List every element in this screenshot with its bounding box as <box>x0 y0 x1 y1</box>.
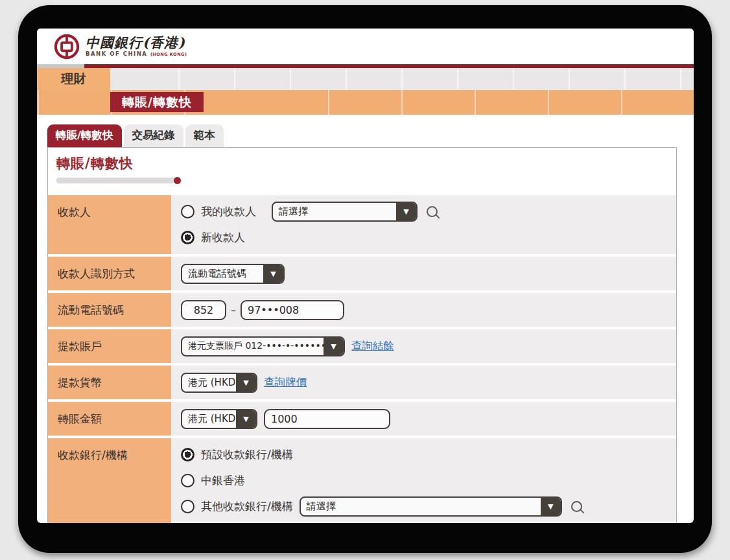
check-balance-link[interactable]: 查詢結餘 <box>351 339 394 353</box>
nav-item-transfer-fps[interactable]: 轉賬/轉數快 <box>110 92 204 112</box>
debit-account-label: 提款賬戶 <box>48 329 171 363</box>
id-method-select-value: 流動電話號碼 <box>182 265 252 283</box>
amount-input[interactable] <box>264 409 390 429</box>
id-method-select[interactable]: 流動電話號碼 ▼ <box>181 264 285 284</box>
mobile-number-input[interactable] <box>241 300 344 320</box>
my-payee-radio[interactable] <box>181 205 194 218</box>
row-payee: 收款人 我的收款人 請選擇 ▼ <box>48 195 676 254</box>
payee-label: 收款人 <box>48 195 171 254</box>
chevron-down-icon[interactable]: ▼ <box>236 374 256 391</box>
chevron-down-icon[interactable]: ▼ <box>263 265 283 283</box>
nav-item-wealth[interactable]: 理財 <box>37 68 110 90</box>
my-payee-select-value: 請選擇 <box>273 203 314 220</box>
secondary-nav: 轉賬/轉數快 <box>37 90 694 115</box>
amount-currency-select-value: 港元 (HKD) <box>182 410 236 428</box>
amount-currency-select[interactable]: 港元 (HKD) ▼ <box>181 409 257 429</box>
row-debit-account: 提款賬戶 港元支票賬戶 012-•••-•-••••••-• ▼ 查詢結餘 <box>48 329 676 363</box>
debit-currency-select-value: 港元 (HKD) <box>182 374 236 391</box>
chevron-down-icon[interactable]: ▼ <box>541 498 561 515</box>
header: 中國銀行(香港) BANK OF CHINA (HONG KONG) <box>37 29 694 64</box>
area-code-input[interactable] <box>181 300 226 320</box>
id-method-label: 收款人識別方式 <box>48 257 171 290</box>
payee-bank-label: 收款銀行/機構 <box>48 438 171 523</box>
transfer-amount-label: 轉賬金額 <box>48 402 171 436</box>
row-transfer-amount: 轉賬金額 港元 (HKD) ▼ <box>48 402 676 436</box>
tab-transaction-history[interactable]: 交易紀錄 <box>124 124 183 147</box>
browser-screen: 中國銀行(香港) BANK OF CHINA (HONG KONG) 理財 轉賬… <box>37 29 694 523</box>
chevron-down-icon[interactable]: ▼ <box>236 410 256 428</box>
new-payee-radio-label: 新收款人 <box>201 230 245 245</box>
primary-nav: 理財 <box>37 68 694 90</box>
row-debit-currency: 提款貨幣 港元 (HKD) ▼ 查詢牌價 <box>48 366 676 399</box>
debit-currency-select[interactable]: 港元 (HKD) ▼ <box>181 373 257 393</box>
other-bank-radio-label: 其他收款銀行/機構 <box>201 499 293 514</box>
bank-search-icon[interactable] <box>571 501 582 512</box>
default-bank-radio[interactable] <box>181 448 194 461</box>
tablet-frame: 中國銀行(香港) BANK OF CHINA (HONG KONG) 理財 轉賬… <box>18 5 712 553</box>
tab-transfer-fps[interactable]: 轉賬/轉數快 <box>47 124 122 147</box>
chevron-down-icon[interactable]: ▼ <box>324 338 344 355</box>
payee-search-icon[interactable] <box>427 206 438 217</box>
check-rates-link[interactable]: 查詢牌價 <box>264 375 307 390</box>
debit-account-select[interactable]: 港元支票賬戶 012-•••-•-••••••-• ▼ <box>181 336 345 356</box>
chevron-down-icon[interactable]: ▼ <box>396 203 416 220</box>
debit-account-select-value: 港元支票賬戶 012-•••-•-••••••-• <box>182 338 324 355</box>
dash-separator: – <box>231 304 236 316</box>
other-bank-select[interactable]: 請選擇 ▼ <box>300 496 562 517</box>
page-title: 轉賬/轉數快 <box>56 154 676 172</box>
bank-name-en: BANK OF CHINA (HONG KONG) <box>86 51 187 57</box>
default-bank-radio-label: 預設收款銀行/機構 <box>201 447 293 462</box>
tab-bar: 轉賬/轉數快 交易紀錄 範本 <box>47 127 694 147</box>
debit-currency-label: 提款貨幣 <box>48 366 171 399</box>
row-mobile-number: 流動電話號碼 – <box>48 293 676 327</box>
boc-logo-icon <box>54 34 80 60</box>
transfer-panel: 轉賬/轉數快 收款人 我的收款人 請選擇 ▼ <box>47 147 677 523</box>
my-payee-select[interactable]: 請選擇 ▼ <box>272 202 418 222</box>
bochk-radio-label: 中銀香港 <box>201 473 245 488</box>
bochk-radio[interactable] <box>181 474 194 487</box>
tab-templates[interactable]: 範本 <box>185 124 224 147</box>
bank-name-zh: 中國銀行(香港) <box>86 36 187 49</box>
bank-name: 中國銀行(香港) BANK OF CHINA (HONG KONG) <box>86 36 187 57</box>
other-bank-radio[interactable] <box>181 500 194 513</box>
mobile-number-label: 流動電話號碼 <box>48 293 171 327</box>
other-bank-select-value: 請選擇 <box>301 498 342 515</box>
progress-indicator <box>56 178 174 183</box>
new-payee-radio[interactable] <box>181 231 194 244</box>
my-payee-radio-label: 我的收款人 <box>201 204 256 219</box>
row-payee-bank: 收款銀行/機構 預設收款銀行/機構 中銀香港 其他收款銀行/機構 <box>48 438 676 523</box>
transfer-form: 收款人 我的收款人 請選擇 ▼ <box>48 195 676 523</box>
row-id-method: 收款人識別方式 流動電話號碼 ▼ <box>48 257 676 290</box>
